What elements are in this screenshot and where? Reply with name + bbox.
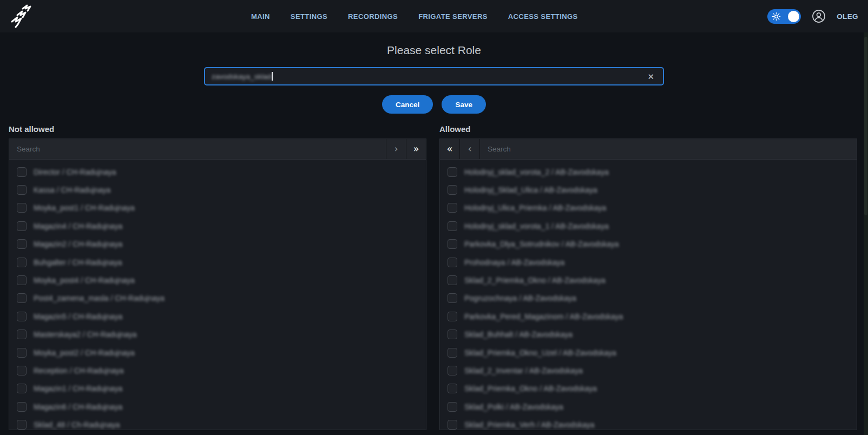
user-avatar-icon[interactable] [812, 9, 826, 23]
allowed-search-input[interactable] [480, 139, 857, 159]
list-item[interactable]: Sklad_2_Inventar / AB-Zavodskaya [440, 361, 857, 379]
item-label: Parkovka_Dlya_Sotrudnikov / AB-Zavodskay… [464, 240, 619, 248]
role-input-value: zavodskaya_sklad [212, 72, 271, 81]
top-bar: MAIN SETTINGS RECORDINGS FRIGATE SERVERS… [0, 0, 868, 32]
item-checkbox[interactable] [448, 275, 457, 285]
item-checkbox[interactable] [17, 203, 27, 213]
item-checkbox[interactable] [448, 420, 457, 430]
item-checkbox[interactable] [448, 185, 457, 195]
list-item[interactable]: Moyka_post1 / CH-Radujnaya [9, 199, 426, 217]
item-label: Holodnyj_sklad_vorota_1 / AB-Zavodskaya [464, 222, 609, 230]
item-checkbox[interactable] [448, 348, 457, 358]
list-item[interactable]: Holodnyj_Sklad_Ulica / AB-Zavodskaya [440, 181, 857, 199]
list-item[interactable]: Sklad_Priemka_Okno / AB-Zavodskaya [440, 380, 857, 398]
item-checkbox[interactable] [17, 402, 27, 412]
list-item[interactable]: Sklad_Buhhalt / AB-Zavodskaya [440, 326, 857, 344]
item-label: Sklad_Priemka_Verh / AB-Zavodskaya [464, 420, 594, 429]
item-checkbox[interactable] [448, 312, 457, 321]
list-item[interactable]: Holodnyj_sklad_vorota_2 / AB-Zavodskaya [440, 163, 857, 181]
move-all-left-button[interactable]: « [440, 139, 460, 159]
cancel-button[interactable]: Cancel [382, 95, 433, 114]
list-item[interactable]: Sklad_Priemka_Okno_Uzel / AB-Zavodskaya [440, 344, 857, 361]
list-item[interactable]: Parkovka_Dlya_Sotrudnikov / AB-Zavodskay… [440, 235, 857, 253]
scrollbar-thumb[interactable] [864, 37, 867, 215]
role-input[interactable]: zavodskaya_sklad ✕ [204, 67, 664, 85]
item-checkbox[interactable] [448, 258, 457, 267]
item-label: Moyka_post1 / CH-Radujnaya [34, 203, 135, 212]
list-item[interactable]: Director / CH-Radujnaya [9, 163, 426, 181]
item-label: Holodnyj_sklad_vorota_2 / AB-Zavodskaya [464, 168, 609, 176]
item-checkbox[interactable] [17, 239, 27, 249]
move-selected-left-button[interactable]: ‹ [460, 139, 480, 159]
item-label: Prohodnaya / AB-Zavodskaya [464, 258, 564, 267]
move-all-right-button[interactable]: » [406, 139, 426, 159]
item-checkbox[interactable] [448, 203, 457, 213]
item-checkbox[interactable] [17, 348, 27, 358]
list-item[interactable]: Magazin2 / CH-Radujnaya [9, 235, 426, 253]
item-label: Reception / CH-Radujnaya [34, 366, 124, 375]
allowed-list: Holodnyj_sklad_vorota_2 / AB-Zavodskaya … [440, 160, 857, 430]
item-checkbox[interactable] [448, 221, 457, 231]
allowed-toolbar: « ‹ [440, 139, 857, 160]
list-item[interactable]: Holodnyj_sklad_vorota_1 / AB-Zavodskaya [440, 217, 857, 235]
page-title: Please select Role [0, 44, 868, 57]
item-checkbox[interactable] [448, 384, 457, 393]
list-item[interactable]: Kassa / CH-Radujnaya [9, 181, 426, 199]
item-checkbox[interactable] [17, 293, 27, 303]
list-item[interactable]: Magazin4 / CH-Radujnaya [9, 217, 426, 235]
move-selected-right-button[interactable]: › [386, 139, 406, 159]
nav-item-main[interactable]: MAIN [251, 12, 270, 21]
nav-item-recordings[interactable]: RECORDINGS [348, 12, 398, 21]
item-label: Director / CH-Radujnaya [34, 168, 116, 176]
item-checkbox[interactable] [448, 293, 457, 303]
item-checkbox[interactable] [17, 258, 27, 267]
item-checkbox[interactable] [17, 185, 27, 195]
frigate-birds-logo-icon[interactable] [10, 4, 35, 29]
item-checkbox[interactable] [448, 167, 457, 177]
list-item[interactable]: Prohodnaya / AB-Zavodskaya [440, 253, 857, 271]
item-checkbox[interactable] [448, 239, 457, 249]
list-item[interactable]: Magazin5 / CH-Radujnaya [9, 307, 426, 325]
theme-toggle[interactable] [767, 9, 801, 24]
not-allowed-panel: › » Director / CH-Radujnaya Kassa / CH-R… [9, 139, 426, 430]
list-item[interactable]: Magazin6 / CH-Radujnaya [9, 398, 426, 416]
allowed-panel: « ‹ Holodnyj_sklad_vorota_2 / AB-Zavodsk… [439, 139, 857, 430]
list-item[interactable]: Post4_zamena_masla / CH-Radujnaya [9, 289, 426, 307]
list-item[interactable]: Masterskaya2 / CH-Radujnaya [9, 326, 426, 344]
list-item[interactable]: Sklad_Priemka_Verh / AB-Zavodskaya [440, 416, 857, 430]
item-checkbox[interactable] [17, 275, 27, 285]
list-item[interactable]: Sklad_Polki / AB-Zavodskaya [440, 398, 857, 416]
page-scrollbar[interactable] [864, 32, 868, 435]
item-checkbox[interactable] [448, 329, 457, 339]
nav-item-access-settings[interactable]: ACCESS SETTINGS [508, 12, 578, 21]
list-item[interactable]: Reception / CH-Radujnaya [9, 361, 426, 379]
list-item[interactable]: Buhgalter / CH-Radujnaya [9, 253, 426, 271]
item-label: Sklad_2_Inventar / AB-Zavodskaya [464, 366, 583, 375]
item-checkbox[interactable] [17, 167, 27, 177]
text-caret [272, 72, 273, 81]
nav-item-settings[interactable]: SETTINGS [291, 12, 327, 21]
clear-input-button[interactable]: ✕ [645, 71, 656, 82]
not-allowed-search-input[interactable] [9, 139, 386, 159]
list-item[interactable]: Pogruzochnaya / AB-Zavodskaya [440, 289, 857, 307]
save-button[interactable]: Save [442, 95, 486, 114]
list-item[interactable]: Magazin1 / CH-Radujnaya [9, 380, 426, 398]
list-item[interactable]: Holodnyj_Ulica_Priemka / AB-Zavodskaya [440, 199, 857, 217]
item-checkbox[interactable] [17, 312, 27, 321]
item-checkbox[interactable] [448, 366, 457, 375]
item-label: Magazin1 / CH-Radujnaya [34, 384, 122, 393]
list-item[interactable]: Moyka_post2 / CH-Radujnaya [9, 344, 426, 361]
current-user-label[interactable]: OLEG [837, 12, 858, 21]
item-checkbox[interactable] [17, 366, 27, 375]
nav-item-frigate-servers[interactable]: FRIGATE SERVERS [418, 12, 488, 21]
item-checkbox[interactable] [448, 402, 457, 412]
list-item[interactable]: Moyka_post4 / CH-Radujnaya [9, 271, 426, 289]
item-checkbox[interactable] [17, 384, 27, 393]
list-item[interactable]: Sklad_48 / Ch-Radujnaya [9, 416, 426, 430]
form-buttons: Cancel Save [0, 95, 868, 114]
item-checkbox[interactable] [17, 420, 27, 430]
item-checkbox[interactable] [17, 329, 27, 339]
list-item[interactable]: Sklad_2_Priemka_Okno / AB-Zavodskaya [440, 271, 857, 289]
list-item[interactable]: Parkovka_Pered_Magazinom / AB-Zavodskaya [440, 307, 857, 325]
item-checkbox[interactable] [17, 221, 27, 231]
